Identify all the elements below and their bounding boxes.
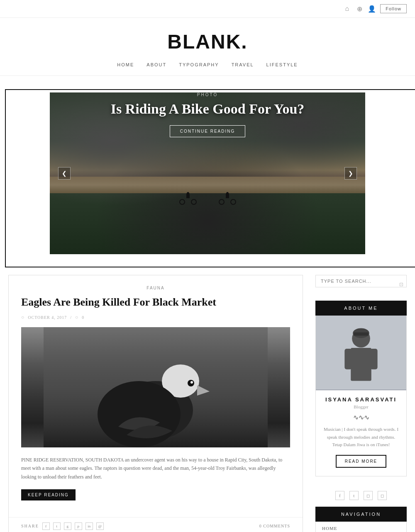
svg-line-16: [356, 348, 357, 365]
article-image: [21, 327, 290, 447]
hero-road: [50, 177, 365, 193]
svg-point-5: [190, 381, 193, 384]
keep-reading-button[interactable]: KEEP READING: [21, 489, 76, 500]
hero-content: PHOTO Is Riding A Bike Good For You? CON…: [50, 92, 365, 170]
article-excerpt: PINE RIDGE RESERVATION, SOUTH DAKOTA an …: [21, 456, 290, 481]
svg-rect-13: [351, 348, 371, 381]
bike-figure-1: [181, 192, 195, 213]
social-icons: f t ◻ ◻: [315, 485, 407, 507]
user-icon[interactable]: 👤: [368, 5, 376, 13]
article-card: FAUNA Eagles Are Being Killed For Black …: [8, 275, 303, 532]
article-meta: ○ OCTOBER 4, 2017 / ○ 0: [21, 314, 290, 321]
social-facebook[interactable]: f: [335, 491, 344, 500]
nav-widget-title: NAVIGATION: [315, 507, 407, 522]
hero-wrapper: PHOTO Is Riding A Bike Good For You? CON…: [0, 84, 415, 262]
main-content: FAUNA Eagles Are Being Killed For Black …: [4, 275, 411, 532]
about-widget: ISYANA SARASVATI Blogger ∿∿∿ Musician | …: [315, 316, 407, 476]
bike-wheel: [191, 199, 197, 205]
share-twitter[interactable]: t: [53, 522, 61, 530]
meta-separator: /: [70, 315, 72, 320]
divider-decoration: ∿∿∿: [316, 413, 406, 421]
svg-rect-15: [370, 349, 378, 369]
bike-wheels-2: [219, 199, 236, 205]
follow-button[interactable]: Follow: [380, 4, 407, 13]
bike-wheel: [219, 199, 225, 205]
person-name: ISYANA SARASVATI: [316, 396, 406, 403]
eagle-illustration: [21, 327, 290, 447]
about-me-section-title: ABOUT ME: [315, 301, 407, 316]
hero-section: PHOTO Is Riding A Bike Good For You? CON…: [50, 92, 365, 254]
nav-typography[interactable]: TYPOGRAPHY: [179, 62, 219, 67]
bike-figures: [181, 192, 234, 213]
comments-count: 0 COMMENTS: [259, 524, 290, 528]
share-section: SHARE f t g p in @: [21, 522, 104, 530]
social-twitter[interactable]: t: [349, 491, 359, 500]
svg-rect-14: [344, 349, 352, 369]
nav-about[interactable]: ABOUT: [146, 62, 166, 67]
site-title: BLANK.: [8, 30, 407, 53]
site-header: BLANK.: [0, 18, 415, 57]
svg-rect-10: [354, 332, 369, 335]
article-date: OCTOBER 4, 2017: [28, 315, 67, 320]
bike-wheel: [230, 199, 236, 205]
bike-figure-2: [220, 192, 234, 213]
nav-widget: NAVIGATION HOME: [315, 507, 407, 532]
bike-person-2: [226, 192, 229, 198]
article-category: FAUNA: [21, 286, 290, 290]
hero-prev-arrow[interactable]: ❮: [58, 167, 71, 180]
article-comment-count: 0: [82, 315, 84, 320]
person-svg: [316, 316, 406, 390]
article-inner: FAUNA Eagles Are Being Killed For Black …: [9, 275, 303, 517]
top-bar: ⌂ ⊕ 👤 Follow: [0, 0, 415, 18]
share-linkedin[interactable]: in: [85, 522, 93, 530]
clock-icon: ○: [21, 314, 24, 321]
article-title: Eagles Are Being Killed For Black Market: [21, 295, 290, 309]
share-facebook[interactable]: f: [42, 522, 50, 530]
hero-title: Is Riding A Bike Good For You?: [50, 101, 365, 117]
search-wrapper: ⊡: [315, 275, 407, 294]
nav-widget-home[interactable]: HOME: [316, 522, 406, 532]
sidebar: ⊡ ABOUT ME: [315, 275, 407, 532]
person-bio: Musician | I don't speak through words. …: [316, 425, 406, 449]
about-image: [316, 316, 406, 390]
share-google[interactable]: g: [64, 522, 71, 530]
social-instagram[interactable]: ◻: [364, 491, 373, 500]
read-more-button[interactable]: READ MORE: [336, 455, 387, 468]
article-area: FAUNA Eagles Are Being Killed For Black …: [8, 275, 303, 532]
bike-wheel: [179, 199, 185, 205]
main-nav: HOME ABOUT TYPOGRAPHY TRAVEL LIFESTYLE: [0, 57, 415, 76]
home-icon[interactable]: ⌂: [343, 5, 351, 13]
share-email[interactable]: @: [96, 522, 104, 530]
nav-home[interactable]: HOME: [117, 62, 134, 67]
add-icon[interactable]: ⊕: [355, 5, 364, 13]
bike-person-1: [186, 192, 190, 198]
social-pinterest[interactable]: ◻: [378, 491, 387, 500]
nav-travel[interactable]: TRAVEL: [232, 62, 254, 67]
search-input[interactable]: [315, 275, 407, 287]
search-icon[interactable]: ⊡: [399, 282, 403, 288]
share-label: SHARE: [21, 524, 39, 528]
nav-lifestyle[interactable]: LIFESTYLE: [266, 62, 298, 67]
article-footer: SHARE f t g p in @ 0 COMMENTS: [9, 517, 303, 532]
person-role: Blogger: [316, 404, 406, 409]
svg-line-17: [365, 348, 366, 365]
hero-cta-button[interactable]: CONTINUE READING: [170, 125, 246, 137]
bike-wheels-1: [179, 199, 197, 205]
hero-next-arrow[interactable]: ❯: [344, 167, 357, 180]
comment-icon: ○: [75, 314, 78, 321]
hero-category: PHOTO: [50, 92, 365, 97]
share-pinterest[interactable]: p: [75, 522, 82, 530]
nav-widget-list: HOME: [315, 522, 407, 532]
about-me-title: ABOUT ME: [315, 301, 407, 316]
